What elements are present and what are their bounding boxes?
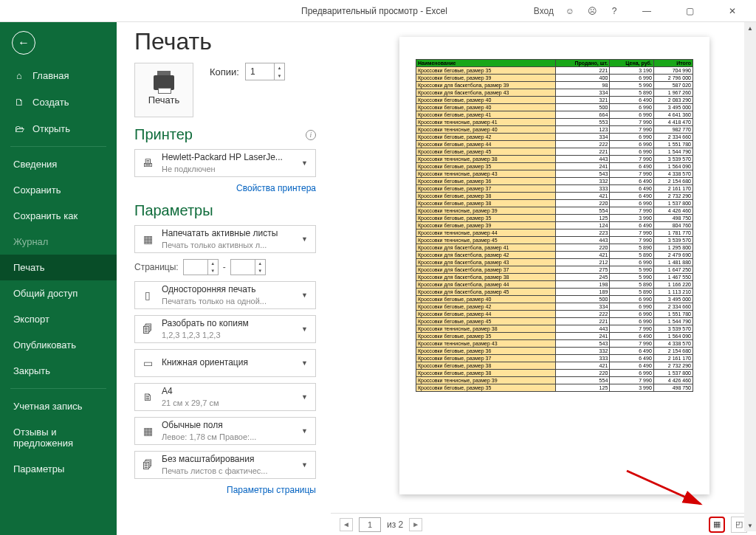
minimize-button[interactable]: — <box>630 0 663 22</box>
pages-from-input[interactable]: ▲▼ <box>183 259 219 275</box>
page-setup-link[interactable]: Параметры страницы <box>134 485 316 495</box>
table-row: Кроссовки теннисные, размер 384437 9903 … <box>416 325 693 333</box>
printer-heading: Принтер <box>134 126 193 143</box>
printer-properties-link[interactable]: Свойства принтера <box>134 183 316 193</box>
table-row: Кроссовки беговые, размер 384216 4902 73… <box>416 362 693 370</box>
table-row: Кроссовки беговые, размер 442226 9901 55… <box>416 141 693 148</box>
preview-table: НаименованиеПродано, шт.Цена, руб.Итого … <box>416 59 693 392</box>
vertical-scrollbar[interactable]: ▲▼ <box>744 22 756 531</box>
table-row: Кроссовки беговые, размер 405006 9903 49… <box>416 296 693 303</box>
preview-page: НаименованиеПродано, шт.Цена, руб.Итого … <box>399 37 709 494</box>
show-margins-button[interactable]: ▦ <box>709 517 725 533</box>
table-row: Кроссовки беговые, размер 423346 9902 33… <box>416 303 693 311</box>
sidebar-item-0[interactable]: ⌂Главная <box>0 62 117 89</box>
sidebar-item-2[interactable]: 🗁Открыть <box>0 115 117 142</box>
paper-size-select[interactable]: 🗎 A421 см x 29,7 см ▼ <box>134 383 316 411</box>
printer-icon <box>154 75 174 90</box>
table-row: Кроссовки беговые, размер 452216 9901 54… <box>416 148 693 156</box>
table-row: Кроссовки беговые, размер 363326 4902 15… <box>416 348 693 355</box>
margins-icon: ▦ <box>140 423 156 439</box>
sides-select[interactable]: ▯ Односторонняя печатьПечатать только на… <box>134 281 316 309</box>
scaling-select[interactable]: 🗐 Без масштабированияПечать листов с фак… <box>134 451 316 479</box>
close-button[interactable]: ✕ <box>716 0 749 22</box>
chevron-down-icon: ▼ <box>298 159 311 167</box>
table-row: Кроссовки для баскетбола, размер 451895 … <box>416 289 693 296</box>
table-row: Кроссовки для баскетбола, размер 412205 … <box>416 244 693 252</box>
sidebar-item-7[interactable]: Печать <box>0 255 117 280</box>
sidebar-item-10[interactable]: Опубликовать <box>0 332 117 358</box>
sidebar-item-12[interactable]: Учетная запись <box>0 393 117 419</box>
pages-to-input[interactable]: ▲▼ <box>230 259 266 275</box>
portrait-icon: ▭ <box>140 355 156 371</box>
pages-label: Страницы: <box>134 262 179 272</box>
maximize-button[interactable]: ▢ <box>673 0 706 22</box>
table-row: Кроссовки беговые, размер 373336 4902 16… <box>416 185 693 193</box>
table-row: Кроссовки теннисные, размер 384437 9903 … <box>416 156 693 163</box>
titlebar: Предварительный просмотр - Excel Вход ☺ … <box>0 0 756 22</box>
table-row: Кроссовки теннисные, размер 395547 9904 … <box>416 377 693 384</box>
sidebar-item-4[interactable]: Сохранить <box>0 177 117 203</box>
sidebar-item-1[interactable]: 🗋Создать <box>0 89 117 115</box>
table-row: Кроссовки для баскетбола, размер 39985 9… <box>416 82 693 89</box>
table-row: Кроссовки теннисные, размер 415537 9904 … <box>416 119 693 126</box>
window-title: Предварительный просмотр - Excel <box>250 6 499 16</box>
copies-input[interactable]: 1▲▼ <box>245 63 285 80</box>
page-title: Печать <box>134 28 316 55</box>
sidebar-item-11[interactable]: Закрыть <box>0 358 117 384</box>
table-row: Кроссовки беговые, размер 403216 4902 08… <box>416 97 693 104</box>
table-row: Кроссовки теннисные, размер 454437 9903 … <box>416 237 693 244</box>
smile-icon[interactable]: ☺ <box>564 5 576 17</box>
preview-footer: ◄ 1 из 2 ► ▦ ◰ <box>331 513 756 535</box>
info-icon[interactable]: i <box>306 130 316 140</box>
collate-icon: 🗐 <box>140 321 156 337</box>
copies-label: Копии: <box>210 66 239 77</box>
table-row: Кроссовки беговые, размер 373336 4902 16… <box>416 355 693 362</box>
table-row: Кроссовки теннисные, размер 435437 9904 … <box>416 170 693 178</box>
login-link[interactable]: Вход <box>534 6 554 16</box>
params-heading: Параметры <box>134 202 213 219</box>
table-row: Кроссовки для баскетбола, размер 424215 … <box>416 252 693 259</box>
sidebar-item-6[interactable]: Журнал <box>0 229 117 255</box>
table-row: Кроссовки для баскетбола, размер 433345 … <box>416 89 693 97</box>
table-row: Кроссовки беговые, размер 352416 4901 56… <box>416 163 693 170</box>
table-row: Кроссовки беговые, размер 391246 490804 … <box>416 222 693 229</box>
sheets-icon: ▦ <box>140 231 156 247</box>
nav-icon: 🗁 <box>13 122 25 134</box>
table-row: Кроссовки для баскетбола, размер 432126 … <box>416 259 693 266</box>
margins-select[interactable]: ▦ Обычные поляЛевое: 1,78 см Правое:... … <box>134 417 316 445</box>
print-button[interactable]: Печать <box>134 63 193 117</box>
sidebar-item-14[interactable]: Параметры <box>0 456 117 482</box>
prev-page-button[interactable]: ◄ <box>340 518 353 531</box>
sidebar-item-3[interactable]: Сведения <box>0 151 117 177</box>
sidebar-item-5[interactable]: Сохранить как <box>0 203 117 229</box>
help-icon[interactable]: ? <box>608 5 620 17</box>
table-row: Кроссовки беговые, размер 382206 9901 53… <box>416 370 693 377</box>
printer-select[interactable]: 🖶 Hewlett-Packard HP LaserJe...Не подклю… <box>134 149 316 177</box>
next-page-button[interactable]: ► <box>409 518 422 531</box>
collate-select[interactable]: 🗐 Разобрать по копиям1,2,3 1,2,3 1,2,3 ▼ <box>134 315 316 343</box>
table-row: Кроссовки теннисные, размер 395547 9904 … <box>416 207 693 215</box>
page-of-label: из 2 <box>387 520 403 530</box>
orientation-select[interactable]: ▭ Книжная ориентация ▼ <box>134 349 316 377</box>
nav-icon: ⌂ <box>13 69 25 81</box>
table-row: Кроссовки для баскетбола, размер 372755 … <box>416 266 693 274</box>
back-button[interactable]: ← <box>12 31 35 55</box>
table-row: Кроссовки беговые, размер 363326 4902 15… <box>416 178 693 185</box>
table-row: Кроссовки беговые, размер 384216 4902 73… <box>416 193 693 200</box>
table-row: Кроссовки для баскетбола, размер 441985 … <box>416 281 693 289</box>
sidebar-item-8[interactable]: Общий доступ <box>0 280 117 306</box>
page-number-input[interactable]: 1 <box>359 517 381 532</box>
print-what-select[interactable]: ▦ Напечатать активные листыПечать только… <box>134 225 316 253</box>
page-icon: 🗎 <box>140 389 156 405</box>
sidebar: ← ⌂Главная🗋Создать🗁Открыть СведенияСохра… <box>0 22 117 535</box>
table-row: Кроссовки беговые, размер 423346 9902 33… <box>416 134 693 141</box>
printer-status-icon: 🖶 <box>140 155 156 171</box>
table-row: Кроссовки беговые, размер 394006 9902 79… <box>416 75 693 82</box>
sidebar-item-9[interactable]: Экспорт <box>0 306 117 332</box>
frown-icon[interactable]: ☹ <box>586 5 598 17</box>
sidebar-item-13[interactable]: Отзывы и предложения <box>0 419 117 456</box>
table-row: Кроссовки теннисные, размер 401237 99098… <box>416 126 693 134</box>
table-row: Кроссовки беговые, размер 351253 990498 … <box>416 384 693 392</box>
table-row: Кроссовки беговые, размер 382206 9901 53… <box>416 200 693 207</box>
table-row: Кроссовки теннисные, размер 442237 9901 … <box>416 229 693 237</box>
